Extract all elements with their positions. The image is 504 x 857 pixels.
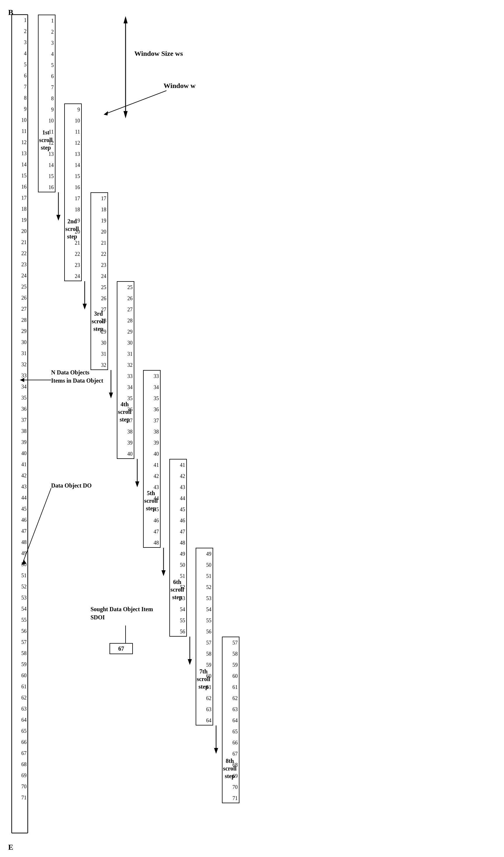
main-list-item-34: 34 [12,381,28,392]
scroll-step-7-label: 7thscrollstep [188,668,220,690]
w2-item-12: 12 [65,137,81,149]
w3-item-25: 25 [91,282,107,293]
w4-item-31: 31 [117,349,134,359]
main-list-item-50: 50 [12,559,28,570]
w5-item-40: 40 [144,448,160,459]
main-list-item-26: 26 [12,292,28,303]
w5-item-39: 39 [144,437,160,448]
w3-item-24: 24 [91,271,107,282]
main-list-item-29: 29 [12,325,28,337]
main-list-item-38: 38 [12,425,28,437]
scroll-step-3-label: 3rdscrollstep [82,310,115,333]
w8-item-71: 71 [223,793,239,804]
main-list-item-37: 37 [12,415,28,425]
w3-item-17: 17 [91,193,107,204]
w7-item-54: 54 [196,604,213,615]
main-list-item-32: 32 [12,359,28,370]
scroll-step-5-label: 5thscrollstep [135,489,167,512]
w5-item-38: 38 [144,426,160,437]
w6-item-44: 44 [170,493,186,504]
w6-item-48: 48 [170,537,186,548]
n-data-objects-label: N Data Objects Items in Data Object [51,368,103,385]
svg-marker-5 [123,16,127,23]
main-list-item-28: 28 [12,315,28,325]
w4-item-38: 38 [117,426,134,437]
main-list-item-10: 10 [12,115,28,126]
w1-item-7: 7 [38,82,55,93]
main-list-item-44: 44 [12,492,28,503]
main-list-item-4: 4 [12,48,28,59]
main-list-item-55: 55 [12,615,28,625]
w6-item-56: 56 [170,626,186,637]
window-4: 25262728293031323334353637383940 [117,281,134,459]
main-list-item-36: 36 [12,403,28,415]
w4-item-40: 40 [117,448,134,459]
window-2: 9101112131415161718192021222324 [64,103,82,281]
main-list-item-49: 49 [12,548,28,559]
main-list-item-33: 33 [12,370,28,381]
w2-item-18: 18 [65,204,81,215]
w3-item-26: 26 [91,293,107,304]
w5-item-33: 33 [144,371,160,382]
window-size-label: Window Size ws [134,50,183,57]
main-list-item-64: 64 [12,715,28,725]
main-list-item-69: 69 [12,770,28,781]
scroll-step-2-label: 2ndscrollstep [56,217,88,240]
w8-item-70: 70 [223,782,239,793]
w7-item-57: 57 [196,637,213,648]
main-list-item-53: 53 [12,592,28,603]
main-list-item-24: 24 [12,270,28,281]
w7-item-53: 53 [196,593,213,604]
w8-item-60: 60 [223,671,239,682]
w3-item-20: 20 [91,226,107,237]
w6-item-41: 41 [170,459,186,471]
main-list-item-42: 42 [12,470,28,481]
svg-marker-9 [104,111,108,115]
main-list-item-61: 61 [12,681,28,692]
main-list-item-58: 58 [12,648,28,659]
sdoi-label: Sought Data Object Item SDOI [90,605,153,621]
w2-item-16: 16 [65,182,81,193]
main-list-item-23: 23 [12,259,28,270]
main-list-item-68: 68 [12,759,28,770]
w4-item-34: 34 [117,382,134,393]
w1-item-3: 3 [38,37,55,49]
svg-marker-19 [83,304,87,309]
w3-item-19: 19 [91,215,107,226]
w6-item-46: 46 [170,515,186,526]
w4-item-25: 25 [117,282,134,293]
w4-item-39: 39 [117,437,134,448]
svg-marker-23 [135,482,139,487]
main-list-item-19: 19 [12,215,28,226]
main-list-item-63: 63 [12,703,28,715]
w7-item-62: 62 [196,693,213,704]
window-7: 49505152535455565758596061626364 [196,548,213,725]
w2-item-14: 14 [65,159,81,171]
main-list-item-71: 71 [12,792,28,803]
w1-item-4: 4 [38,49,55,60]
main-list-item-16: 16 [12,181,28,192]
main-list-item-7: 7 [12,81,28,93]
main-list-item-2: 2 [12,26,28,37]
main-list-item-56: 56 [12,625,28,637]
w4-item-30: 30 [117,337,134,349]
w1-item-10: 10 [38,115,55,126]
w3-item-23: 23 [91,259,107,271]
w5-item-35: 35 [144,393,160,404]
svg-marker-27 [188,659,192,665]
w1-item-16: 16 [38,182,55,193]
main-list-item-39: 39 [12,437,28,448]
w4-item-28: 28 [117,315,134,326]
w8-item-65: 65 [223,726,239,737]
w1-item-15: 15 [38,171,55,182]
w2-item-23: 23 [65,259,81,271]
main-list-item-31: 31 [12,348,28,359]
w2-item-17: 17 [65,193,81,204]
main-list-item-67: 67 [12,748,28,759]
main-list-item-43: 43 [12,481,28,492]
marker-e: E [8,843,13,852]
w3-item-21: 21 [91,237,107,249]
w5-item-46: 46 [144,515,160,526]
w6-item-45: 45 [170,504,186,515]
scroll-step-4-label: 4thscrollstep [109,400,141,423]
